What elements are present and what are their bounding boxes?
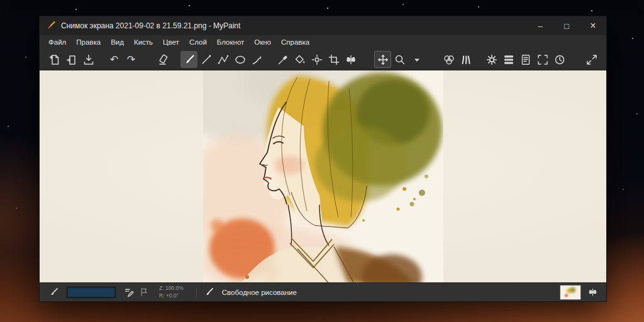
undo-button[interactable]: ↶ — [106, 51, 123, 68]
brush-list-button[interactable] — [457, 51, 474, 68]
watercolor-artwork — [203, 70, 443, 282]
edit-frame-button[interactable] — [325, 51, 342, 68]
minimize-button[interactable]: – — [527, 16, 553, 35]
new-file-button[interactable] — [46, 51, 63, 68]
menu-scratchpad[interactable]: Блокнот — [212, 36, 249, 48]
window-title: Снимок экрана 2021-09-02 в 21.59.21.png … — [61, 21, 240, 30]
title-bar[interactable]: Снимок экрана 2021-09-02 в 21.59.21.png … — [40, 16, 606, 35]
menu-edit[interactable]: Правка — [71, 36, 106, 48]
redo-button[interactable]: ↷ — [123, 51, 140, 68]
drawing-canvas[interactable] — [40, 70, 606, 282]
menu-brush[interactable]: Кисть — [129, 36, 158, 48]
layers-button[interactable] — [500, 51, 517, 68]
color-picker-button[interactable] — [274, 51, 291, 68]
redo-icon: ↷ — [127, 55, 135, 65]
ellipse-tool-button[interactable] — [231, 51, 248, 68]
window-controls: – □ × — [527, 16, 606, 35]
import-file-button[interactable] — [63, 51, 80, 68]
recent-history-button[interactable] — [551, 51, 568, 68]
star-field — [0, 0, 1, 1]
brush-settings-icon[interactable] — [121, 285, 136, 300]
lines-tool-button[interactable] — [197, 51, 214, 68]
canvas-preview-thumbnail[interactable] — [560, 285, 581, 300]
menu-layer[interactable]: Слой — [184, 36, 212, 48]
active-mode-label: Свободное рисование — [222, 289, 297, 296]
active-mode-brush-icon — [202, 285, 217, 300]
import-brush-flag-icon[interactable] — [136, 285, 152, 300]
mypaint-window: Снимок экрана 2021-09-02 в 21.59.21.png … — [39, 16, 607, 302]
menu-window[interactable]: Окно — [249, 36, 276, 48]
zoom-level: Z: 100.0% — [159, 285, 184, 292]
zoom-view-button[interactable] — [391, 51, 408, 68]
statusbar-divider — [196, 287, 197, 297]
menu-file[interactable]: Файл — [43, 36, 71, 48]
toolbar: ↶ ↷ — [40, 49, 606, 70]
flood-fill-button[interactable] — [291, 51, 308, 68]
menu-view[interactable]: Вид — [106, 36, 129, 48]
connected-lines-tool-button[interactable] — [214, 51, 231, 68]
status-bar: Z: 100.0% R: +0.0° Свободное рисование — [40, 282, 606, 301]
rotation-angle: R: +0.0° — [159, 292, 184, 299]
pan-view-button[interactable] — [374, 51, 391, 68]
view-readout: Z: 100.0% R: +0.0° — [159, 285, 184, 299]
menu-color[interactable]: Цвет — [158, 36, 184, 48]
preferences-button[interactable] — [483, 51, 500, 68]
fullscreen-button[interactable] — [534, 51, 551, 68]
fit-view-button[interactable] — [583, 51, 600, 68]
current-color-swatch[interactable] — [67, 287, 116, 298]
brush-indicator-icon[interactable] — [46, 285, 61, 300]
freehand-brush-button[interactable] — [180, 51, 197, 68]
view-options-dropdown-button[interactable] — [408, 51, 425, 68]
inking-tool-button[interactable] — [248, 51, 265, 68]
scratchpad-button[interactable] — [517, 51, 534, 68]
close-button[interactable]: × — [580, 16, 606, 35]
move-layer-button[interactable] — [308, 51, 325, 68]
undo-icon: ↶ — [110, 55, 118, 65]
menu-help[interactable]: Справка — [276, 36, 314, 48]
eraser-button[interactable] — [155, 51, 172, 68]
maximize-button[interactable]: □ — [553, 16, 580, 35]
desktop-background: Снимок экрана 2021-09-02 в 21.59.21.png … — [0, 0, 644, 322]
menu-bar: Файл Правка Вид Кисть Цвет Слой Блокнот … — [40, 35, 606, 49]
save-file-button[interactable] — [80, 51, 97, 68]
mypaint-app-icon — [46, 21, 56, 31]
color-wheel-button[interactable] — [440, 51, 457, 68]
symmetry-toggle-icon[interactable] — [585, 285, 600, 300]
symmetry-tool-button[interactable] — [342, 51, 359, 68]
